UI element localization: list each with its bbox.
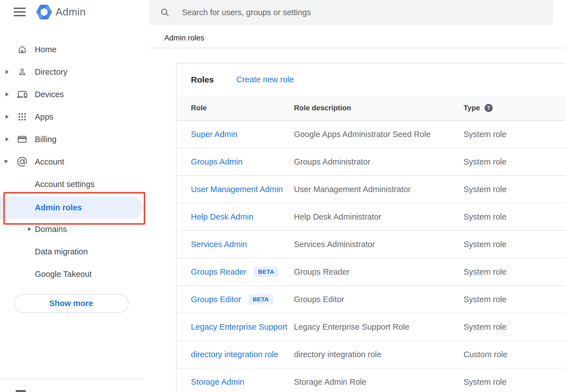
- sidebar-item-label: Billing: [35, 135, 56, 144]
- sidebar-item-label: Account settings: [35, 180, 95, 189]
- table-row: directory integration role directory int…: [177, 341, 566, 368]
- sidebar-item-label: Data migration: [35, 247, 88, 256]
- credit-card-icon: [16, 133, 28, 145]
- search-icon: [160, 8, 170, 17]
- sidebar-item-devices[interactable]: Devices: [0, 83, 148, 106]
- google-admin-console: Admin Admin roles Home: [0, 0, 566, 392]
- table-row: User Management Admin User Management Ad…: [177, 176, 566, 203]
- role-link-user-management-admin[interactable]: User Management Admin: [191, 185, 283, 194]
- sidebar-item-domains[interactable]: Domains: [0, 218, 148, 240]
- column-header-description: Role description: [294, 104, 464, 112]
- home-icon: [16, 44, 28, 55]
- column-header-role: Role: [191, 104, 294, 112]
- sidebar-item-account[interactable]: Account: [0, 151, 148, 173]
- sidebar-item-billing[interactable]: Billing: [0, 128, 148, 151]
- role-link-legacy-enterprise-support[interactable]: Legacy Enterprise Support: [191, 322, 287, 332]
- sidebar-divider: [0, 379, 143, 379]
- apps-grid-icon: [16, 111, 28, 123]
- role-type: System role: [464, 322, 566, 332]
- devices-icon: [16, 88, 28, 100]
- table-row: Groups Reader BETA Groups Reader System …: [177, 258, 566, 286]
- admin-logo-icon[interactable]: [36, 4, 52, 20]
- table-row: Storage Admin Storage Admin Role System …: [177, 368, 566, 392]
- sidebar-item-account-settings[interactable]: Account settings: [0, 173, 148, 195]
- role-type: System role: [464, 212, 566, 222]
- sidebar-item-data-migration[interactable]: Data migration: [0, 240, 148, 263]
- role-description: Services Administrator: [294, 240, 464, 249]
- sidebar-item-label: Apps: [35, 112, 53, 122]
- card-title: Roles: [191, 75, 214, 85]
- sidebar-item-home[interactable]: Home: [0, 38, 148, 61]
- table-row: Super Admin Google Apps Administrator Se…: [177, 121, 566, 148]
- role-type: System role: [464, 130, 566, 139]
- sidebar-item-label: Home: [35, 45, 56, 54]
- role-description: directory integration role: [294, 350, 464, 359]
- chevron-down-icon: [4, 160, 8, 163]
- help-icon[interactable]: ?: [485, 104, 493, 112]
- role-description: Help Desk Administrator: [294, 212, 464, 222]
- role-description: Storage Admin Role: [294, 377, 464, 387]
- role-description: User Management Administrator: [294, 185, 464, 194]
- sidebar-item-admin-roles[interactable]: Admin roles: [0, 196, 148, 219]
- role-description: Legacy Enterprise Support Role: [294, 322, 464, 332]
- header-divider: [148, 48, 566, 48]
- table-row: Groups Admin Groups Administrator System…: [177, 148, 566, 176]
- chevron-right-icon: [6, 137, 9, 141]
- at-sign-icon: [16, 156, 28, 168]
- role-link-groups-reader[interactable]: Groups Reader: [191, 267, 247, 277]
- chevron-right-icon: [28, 227, 31, 231]
- role-link-super-admin[interactable]: Super Admin: [191, 130, 238, 139]
- role-type: System role: [464, 295, 566, 304]
- roles-card-header: Roles Create new role: [177, 63, 566, 96]
- column-header-type: Type ?: [464, 104, 566, 112]
- role-description: Groups Editor: [294, 295, 464, 304]
- role-type: System role: [464, 240, 566, 249]
- role-link-groups-admin[interactable]: Groups Admin: [191, 157, 243, 167]
- roles-card: Roles Create new role Role Role descript…: [176, 63, 566, 392]
- search-bar[interactable]: [149, 0, 553, 25]
- chevron-right-icon: [6, 92, 9, 96]
- chevron-right-icon: [6, 115, 9, 119]
- role-link-groups-editor[interactable]: Groups Editor: [191, 295, 241, 304]
- role-link-directory-integration-role[interactable]: directory integration role: [191, 350, 278, 359]
- show-more-button[interactable]: Show more: [14, 294, 129, 313]
- table-row: Help Desk Admin Help Desk Administrator …: [177, 203, 566, 231]
- person-icon: [16, 66, 28, 78]
- sidebar-item-label: Devices: [35, 90, 64, 99]
- role-type: System role: [464, 157, 566, 167]
- sidebar-item-label: Google Takeout: [35, 270, 92, 279]
- role-link-help-desk-admin[interactable]: Help Desk Admin: [191, 212, 253, 222]
- cropped-icon: [16, 390, 26, 392]
- sidebar-item-label: Account: [35, 157, 64, 167]
- app-title: Admin: [56, 4, 86, 20]
- beta-badge: BETA: [254, 266, 279, 277]
- create-new-role-link[interactable]: Create new role: [236, 75, 294, 84]
- role-link-services-admin[interactable]: Services Admin: [191, 240, 247, 249]
- role-type: System role: [464, 267, 566, 277]
- role-type: System role: [464, 185, 566, 194]
- table-header-row: Role Role description Type ?: [177, 96, 566, 121]
- breadcrumb: Admin roles: [164, 34, 204, 42]
- role-link-storage-admin[interactable]: Storage Admin: [191, 377, 244, 387]
- table-row: Services Admin Services Administrator Sy…: [177, 231, 566, 258]
- sidebar-item-directory[interactable]: Directory: [0, 61, 148, 83]
- role-description: Groups Administrator: [294, 157, 464, 167]
- menu-icon[interactable]: [14, 8, 26, 16]
- role-description: Groups Reader: [294, 267, 464, 277]
- chevron-right-icon: [6, 70, 9, 74]
- table-row: Legacy Enterprise Support Legacy Enterpr…: [177, 313, 566, 341]
- search-input[interactable]: [182, 8, 533, 17]
- role-description: Google Apps Administrator Seed Role: [294, 130, 464, 139]
- sidebar-item-label: Admin roles: [35, 203, 82, 212]
- sidebar-item-apps[interactable]: Apps: [0, 106, 148, 128]
- table-row: Groups Editor BETA Groups Editor System …: [177, 286, 566, 313]
- sidebar-item-google-takeout[interactable]: Google Takeout: [0, 263, 148, 285]
- role-type: Custom role: [464, 350, 566, 359]
- role-type: System role: [464, 377, 566, 387]
- beta-badge: BETA: [248, 294, 273, 305]
- sidebar-item-label: Domains: [35, 225, 67, 234]
- sidebar-item-label: Directory: [35, 67, 67, 77]
